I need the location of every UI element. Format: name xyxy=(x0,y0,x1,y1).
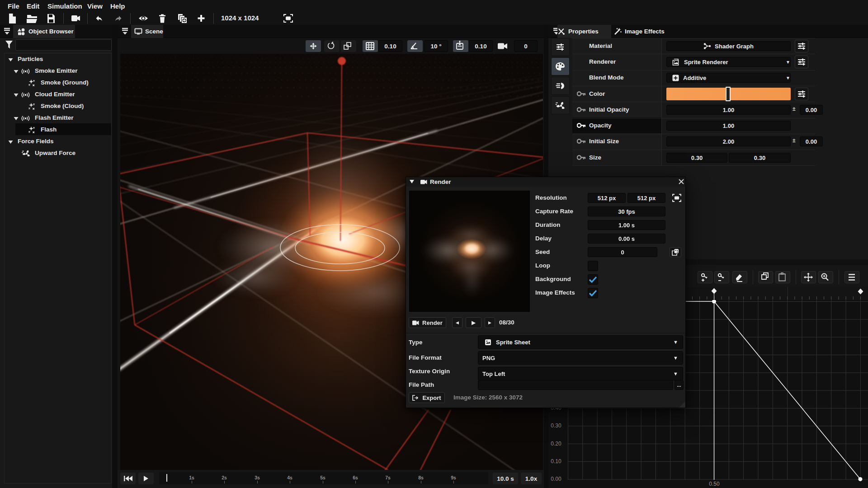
svg-text:0.30: 0.30 xyxy=(551,422,561,429)
svg-text:0.20: 0.20 xyxy=(551,441,561,447)
svg-text:0.10: 0.10 xyxy=(551,458,561,465)
svg-text:0.00: 0.00 xyxy=(551,476,561,482)
